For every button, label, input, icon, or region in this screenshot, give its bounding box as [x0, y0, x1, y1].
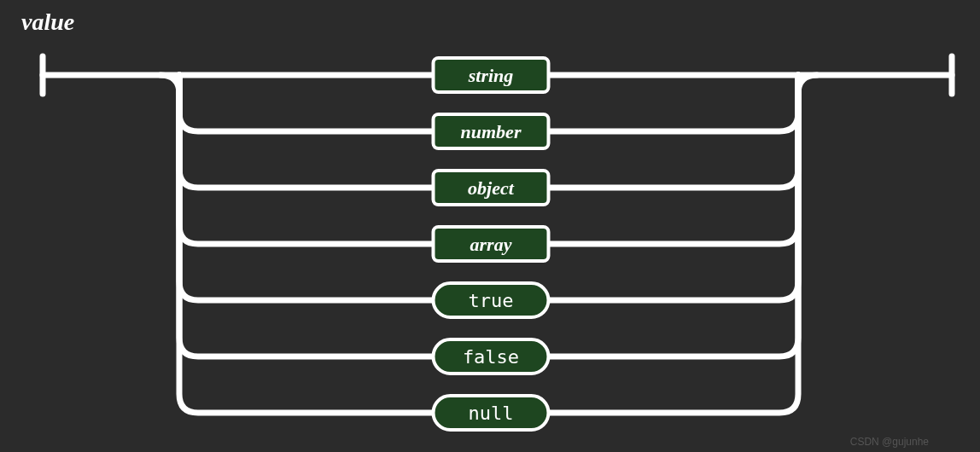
option-label: number	[461, 121, 522, 142]
option-true: true	[434, 283, 549, 317]
option-number: number	[434, 114, 549, 148]
option-label: null	[469, 403, 514, 424]
option-label: string	[468, 65, 514, 86]
option-label: array	[470, 234, 512, 255]
watermark: CSDN @gujunhe	[850, 436, 929, 448]
option-string: string	[434, 58, 549, 92]
option-false: false	[434, 339, 549, 374]
option-object: object	[434, 171, 549, 205]
option-array: array	[434, 227, 549, 261]
railroad-diagram: stringnumberobjectarraytruefalsenull	[0, 0, 980, 452]
option-label: false	[463, 346, 519, 368]
option-label: true	[469, 290, 514, 311]
option-label: object	[468, 177, 515, 199]
option-null: null	[434, 396, 549, 430]
